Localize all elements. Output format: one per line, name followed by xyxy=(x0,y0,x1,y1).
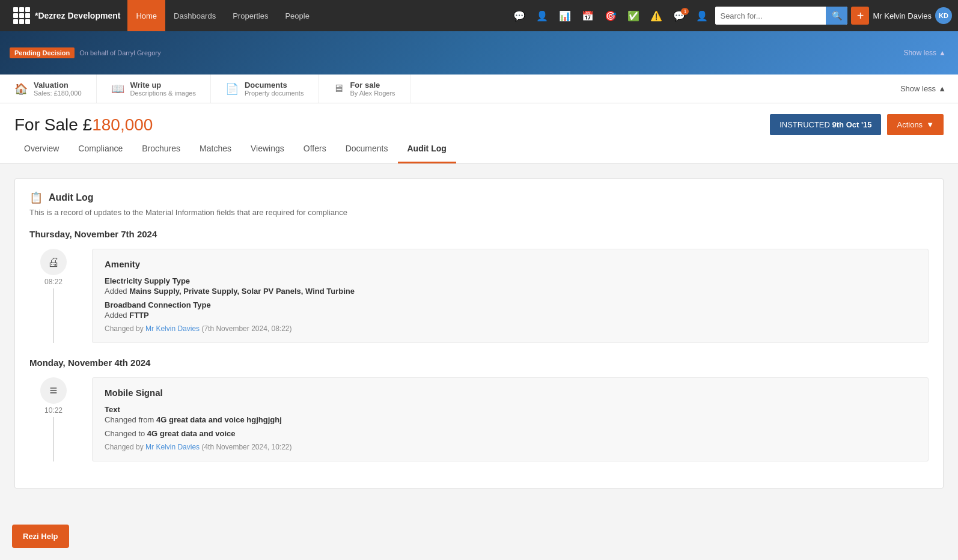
user-menu[interactable]: Mr Kelvin Davies KD xyxy=(873,7,952,24)
instructed-button[interactable]: INSTRUCTED 9th Oct '15 xyxy=(770,114,881,135)
broadband-field-name: Broadband Connection Type xyxy=(105,300,916,309)
document-icon: 📄 xyxy=(225,82,239,96)
nav-people[interactable]: People xyxy=(276,0,317,31)
date-section-nov4: Monday, November 4th 2024 ≡ 10:22 Mobile… xyxy=(29,358,929,461)
documents-sub: Property documents xyxy=(245,90,304,97)
app-logo[interactable]: *Dezrez Development xyxy=(6,7,127,24)
audit-card-title: Audit Log xyxy=(49,192,94,203)
show-less-right-button[interactable]: Show less ▲ xyxy=(900,75,958,103)
audit-card-description: This is a record of updates to the Mater… xyxy=(29,208,929,217)
user-name: Mr Kelvin Davies xyxy=(873,11,932,20)
text-field-name: Text xyxy=(105,405,916,414)
user-icon[interactable]: 👤 xyxy=(692,8,712,24)
pending-badge: Pending Decision xyxy=(10,47,75,58)
display-icon: 🖥 xyxy=(333,82,344,95)
tab-offers[interactable]: Offers xyxy=(294,135,336,163)
app-title: *Dezrez Development xyxy=(35,11,120,20)
amenity-time: 08:22 xyxy=(44,278,63,286)
mobile-changed-by: Changed by Mr Kelvin Davies (4th Novembe… xyxy=(105,443,916,451)
check-icon[interactable]: ✅ xyxy=(624,8,643,24)
nav-properties[interactable]: Properties xyxy=(224,0,276,31)
top-navigation: *Dezrez Development Home Dashboards Prop… xyxy=(0,0,958,31)
audit-card-icon: 📋 xyxy=(29,191,43,204)
timeline-line xyxy=(53,288,54,343)
sub-nav-documents[interactable]: 📄 Documents Property documents xyxy=(211,75,319,103)
show-less-button[interactable]: Show less ▲ xyxy=(903,49,946,57)
chat-icon[interactable]: 💬 xyxy=(510,8,529,24)
tab-bar: Overview Compliance Brochures Matches Vi… xyxy=(0,135,958,164)
sub-nav-forsale[interactable]: 🖥 For sale By Alex Rogers xyxy=(319,75,410,103)
tab-compliance[interactable]: Compliance xyxy=(69,135,132,163)
documents-label: Documents xyxy=(245,81,304,90)
sub-navigation: 🏠 Valuation Sales: £180,000 📖 Write up D… xyxy=(0,75,958,103)
chevron-down-icon: ▼ xyxy=(926,120,934,129)
amenity-icon: 🖨 xyxy=(40,249,67,275)
nav-dashboards[interactable]: Dashboards xyxy=(165,0,224,31)
tab-overview[interactable]: Overview xyxy=(14,135,69,163)
tab-documents[interactable]: Documents xyxy=(336,135,398,163)
nav-links: Home Dashboards Properties People xyxy=(127,0,318,31)
audit-log-card: 📋 Audit Log This is a record of updates … xyxy=(14,178,944,488)
forsale-sub: By Alex Rogers xyxy=(350,90,395,97)
forsale-label: For sale xyxy=(350,81,395,90)
electricity-field-name: Electricity Supply Type xyxy=(105,276,916,285)
tab-viewings[interactable]: Viewings xyxy=(241,135,294,163)
message-icon[interactable]: 💬 1 xyxy=(670,8,689,24)
message-badge: 1 xyxy=(681,8,689,15)
alert-icon[interactable]: ⚠️ xyxy=(647,8,666,24)
page-header: For Sale £180,000 INSTRUCTED 9th Oct '15… xyxy=(0,103,958,135)
date-section-nov7: Thursday, November 7th 2024 🖨 08:22 Amen… xyxy=(29,229,929,343)
tab-brochures[interactable]: Brochures xyxy=(132,135,190,163)
tab-matches[interactable]: Matches xyxy=(190,135,241,163)
timeline-body-mobile: Mobile Signal Text Changed from 4G great… xyxy=(92,377,929,461)
target-icon[interactable]: 🎯 xyxy=(601,8,620,24)
writeup-sub: Descriptions & images xyxy=(130,90,196,97)
timeline-entry-mobile: ≡ 10:22 Mobile Signal Text Changed from … xyxy=(29,377,929,461)
amenity-category: Amenity xyxy=(105,259,916,269)
text-field-detail-from: Changed from 4G great data and voice hgj… xyxy=(105,415,916,424)
timeline-left-mobile: ≡ 10:22 xyxy=(29,377,78,461)
timeline-left-amenity: 🖨 08:22 xyxy=(29,249,78,343)
home-icon: 🏠 xyxy=(14,82,28,96)
nav-right: 💬 👤 📊 📅 🎯 ✅ ⚠️ 💬 1 👤 🔍 + Mr Kelvin Davie… xyxy=(510,7,952,25)
timeline-body-amenity: Amenity Electricity Supply Type Added Ma… xyxy=(92,249,929,343)
actions-button[interactable]: Actions ▼ xyxy=(887,114,944,135)
valuation-sub: Sales: £180,000 xyxy=(34,90,82,97)
main-content: 📋 Audit Log This is a record of updates … xyxy=(0,164,958,525)
sub-nav-writeup[interactable]: 📖 Write up Descriptions & images xyxy=(97,75,211,103)
mobile-category: Mobile Signal xyxy=(105,388,916,398)
timeline-entry-amenity: 🖨 08:22 Amenity Electricity Supply Type … xyxy=(29,249,929,343)
writeup-label: Write up xyxy=(130,81,196,90)
date-header-nov7: Thursday, November 7th 2024 xyxy=(29,229,929,239)
profile-icon[interactable]: 👤 xyxy=(532,8,552,24)
chevron-up-icon-right: ▲ xyxy=(938,84,946,93)
date-header-nov4: Monday, November 4th 2024 xyxy=(29,358,929,368)
tab-audit-log[interactable]: Audit Log xyxy=(398,135,456,163)
mobile-time: 10:22 xyxy=(44,406,63,415)
broadband-field-detail: Added FTTP xyxy=(105,311,916,320)
amenity-changed-by: Changed by Mr Kelvin Davies (7th Novembe… xyxy=(105,324,916,333)
nav-home[interactable]: Home xyxy=(127,0,165,31)
search-button[interactable]: 🔍 xyxy=(826,7,847,25)
electricity-field-detail: Added Mains Supply, Private Supply, Sola… xyxy=(105,287,916,296)
mobile-changed-by-link[interactable]: Mr Kelvin Davies xyxy=(145,443,200,451)
amenity-changed-by-link[interactable]: Mr Kelvin Davies xyxy=(145,324,200,333)
valuation-label: Valuation xyxy=(34,81,82,90)
search-input[interactable] xyxy=(715,7,826,25)
chevron-up-icon: ▲ xyxy=(939,49,946,57)
page-title: For Sale £180,000 xyxy=(14,115,153,135)
mobile-icon: ≡ xyxy=(40,377,67,404)
chart-icon[interactable]: 📊 xyxy=(555,8,575,24)
calendar-icon[interactable]: 📅 xyxy=(578,8,597,24)
add-button[interactable]: + xyxy=(851,7,869,25)
timeline-line-mobile xyxy=(53,417,54,461)
avatar: KD xyxy=(935,7,952,24)
on-behalf-text: On behalf of Darryl Gregory xyxy=(79,49,160,56)
property-strip: Pending Decision On behalf of Darryl Gre… xyxy=(0,31,958,75)
book-icon: 📖 xyxy=(111,82,124,96)
search-bar: 🔍 xyxy=(715,7,847,25)
header-actions: INSTRUCTED 9th Oct '15 Actions ▼ xyxy=(770,114,944,135)
sub-nav-valuation[interactable]: 🏠 Valuation Sales: £180,000 xyxy=(0,75,97,103)
audit-card-header: 📋 Audit Log xyxy=(29,191,929,204)
text-field-detail-to: Changed to 4G great data and voice xyxy=(105,429,916,438)
